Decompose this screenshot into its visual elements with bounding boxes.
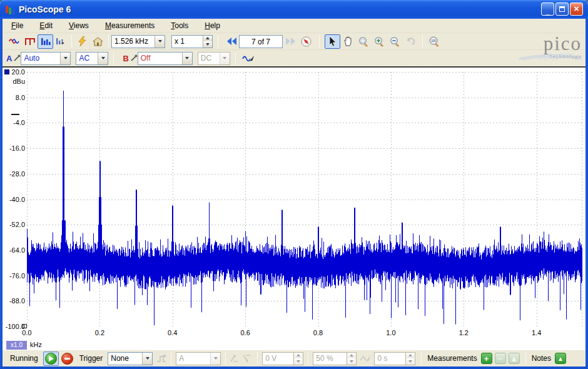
channel-b-label: B xyxy=(123,54,128,63)
spectrum-cursor-icon xyxy=(56,37,66,46)
spin-down-icon[interactable] xyxy=(203,41,212,48)
chevron-down-icon[interactable] xyxy=(182,53,192,64)
probe-b-icon xyxy=(130,54,138,62)
x-tick-label: 0.4 xyxy=(161,329,184,336)
window-title: PicoScope 6 xyxy=(19,4,71,14)
notes-button[interactable]: ▲ xyxy=(555,353,566,364)
signal-generator-button[interactable] xyxy=(241,51,256,66)
measurements-label: Measurements xyxy=(427,354,477,363)
spectrum-plot[interactable] xyxy=(27,72,582,326)
play-icon xyxy=(48,356,54,361)
channel-a-coupling-select[interactable]: AC xyxy=(76,52,108,65)
status-bar: Running Trigger None A 0 V xyxy=(3,350,585,366)
add-view-button[interactable] xyxy=(53,34,69,49)
y-tick-label: -52.0 xyxy=(3,221,25,228)
menu-item-measurements[interactable]: Measurements xyxy=(105,21,155,30)
chevron-down-icon xyxy=(220,53,230,64)
device-setup-button[interactable] xyxy=(74,34,90,49)
undo-arrow-icon xyxy=(406,37,416,46)
zoom-in-tool[interactable] xyxy=(372,34,387,49)
zoom-100-button[interactable]: 100 xyxy=(427,34,442,49)
title-bar[interactable]: PicoScope 6 _ ✕ xyxy=(0,0,588,19)
y-tick-label: 8.0 xyxy=(3,94,25,101)
persistence-view-button[interactable] xyxy=(22,34,38,49)
y-tick-label: -28.0 xyxy=(3,170,25,178)
buffer-position-field[interactable]: 7 of 7 xyxy=(239,35,283,48)
x-tick-label: 1.4 xyxy=(525,329,548,336)
add-measurement-button[interactable]: + xyxy=(481,353,492,364)
spectrum-view[interactable]: 20.08.0-4.0-16.0-28.0-40.0-52.0-64.0-76.… xyxy=(3,66,585,350)
x-axis-unit: kHz xyxy=(30,341,42,348)
pico-logo: pico Technology xyxy=(519,34,582,66)
x-tick-label: 1.0 xyxy=(380,329,402,336)
home-button[interactable] xyxy=(90,34,106,49)
menu-item-edit[interactable]: Edit xyxy=(39,21,53,30)
home-icon xyxy=(93,37,103,46)
lightning-icon xyxy=(78,36,86,46)
probe-a-icon xyxy=(13,54,21,62)
x-tick-label: 0.0 xyxy=(16,329,38,336)
menu-item-help[interactable]: Help xyxy=(205,21,220,30)
main-toolbar: 1.526 kHz x 1 7 of 7 xyxy=(3,33,585,50)
y-tick-label: -64.0 xyxy=(3,246,25,254)
trigger-label: Trigger xyxy=(79,354,103,363)
notes-label: Notes xyxy=(532,354,551,363)
y-tick-label: 20.0 xyxy=(3,68,25,76)
chevron-down-icon[interactable] xyxy=(142,353,152,365)
trigger-mode-select[interactable]: None xyxy=(108,352,153,365)
spin-up-icon[interactable] xyxy=(203,36,212,42)
y-tick-label: -76.0 xyxy=(3,272,25,280)
zoom-in-icon xyxy=(374,36,385,47)
delete-measurement-button: − xyxy=(495,353,506,364)
zoom-out-icon xyxy=(390,36,400,47)
chevron-down-icon[interactable] xyxy=(155,36,165,48)
zoom-out-tool[interactable] xyxy=(387,34,403,49)
menu-bar: FileEditViewsMeasurementsToolsHelp xyxy=(3,19,585,33)
menu-item-views[interactable]: Views xyxy=(69,21,89,30)
stop-button[interactable] xyxy=(61,353,73,365)
undo-zoom-button[interactable] xyxy=(403,34,418,49)
channel-toolbar: A Auto AC B Off DC xyxy=(3,50,585,66)
spectrum-view-button[interactable] xyxy=(38,34,53,49)
maximize-button[interactable] xyxy=(555,3,569,16)
buffer-back-button[interactable] xyxy=(223,34,239,49)
start-button[interactable] xyxy=(43,351,59,366)
y-tick-label: -88.0 xyxy=(3,297,25,305)
hand-tool[interactable] xyxy=(340,34,356,49)
trigger-level-spinner: 0 V xyxy=(262,352,303,365)
spectrum-range-select[interactable]: 1.526 kHz xyxy=(111,35,165,48)
chevron-down-icon[interactable] xyxy=(98,53,108,64)
double-arrow-left-icon xyxy=(226,37,237,46)
y-tick-label: -16.0 xyxy=(3,144,25,152)
y-axis-unit: dBu xyxy=(3,78,25,85)
double-arrow-right-icon xyxy=(285,37,297,46)
menu-item-file[interactable]: File xyxy=(11,21,23,30)
x-tick-label: 0.8 xyxy=(307,329,330,336)
buffer-forward-button[interactable] xyxy=(283,34,298,49)
trigger-source-select: A xyxy=(176,352,221,365)
signal-generator-icon xyxy=(242,54,255,63)
hand-icon xyxy=(343,36,353,46)
y-tick-label: -4.0 xyxy=(3,119,25,126)
x-tick-label: 1.2 xyxy=(452,329,475,336)
minimize-button[interactable]: _ xyxy=(541,3,554,16)
svg-text:100: 100 xyxy=(431,39,436,43)
normal-selection-tool[interactable] xyxy=(325,34,340,49)
channel-b-coupling-select[interactable]: DC xyxy=(198,52,230,65)
pointer-icon xyxy=(329,36,337,46)
chevron-down-icon[interactable] xyxy=(60,53,70,64)
menu-item-tools[interactable]: Tools xyxy=(171,21,188,30)
logo-waves-icon xyxy=(519,51,582,61)
x-scale-badge[interactable]: x1.0 xyxy=(6,341,27,350)
marquee-zoom-tool[interactable] xyxy=(356,34,372,49)
channel-a-range-select[interactable]: Auto xyxy=(21,52,71,65)
advanced-trigger-icon[interactable] xyxy=(156,354,166,363)
buffer-navigator-button[interactable] xyxy=(298,34,314,49)
picoscope-window: PicoScope 6 _ ✕ FileEditViewsMeasurement… xyxy=(0,0,588,369)
chevron-down-icon xyxy=(210,353,220,365)
zoom-factor-spinner[interactable]: x 1 xyxy=(171,35,213,48)
scope-view-button[interactable] xyxy=(6,34,22,49)
post-trigger-icon xyxy=(360,354,371,363)
close-button[interactable]: ✕ xyxy=(570,3,583,16)
channel-b-range-select[interactable]: Off xyxy=(138,52,193,65)
